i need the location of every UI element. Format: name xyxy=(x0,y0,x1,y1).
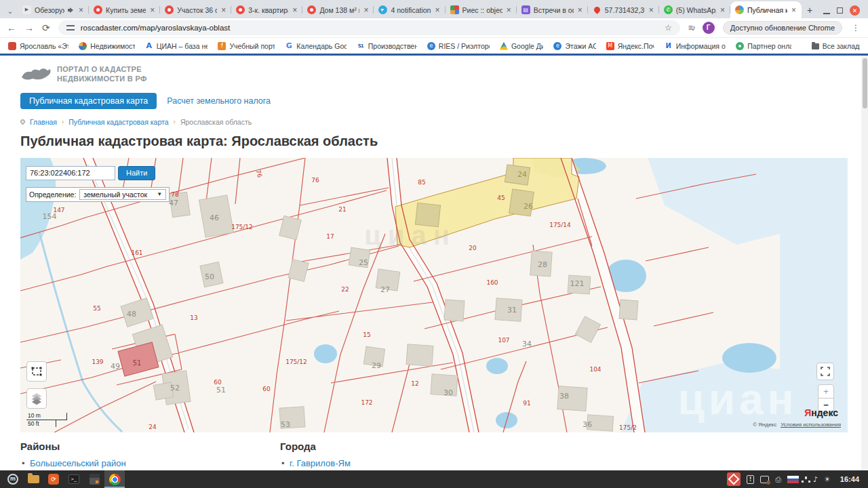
bookmark-item[interactable]: ЦИАН – база нед... xyxy=(145,42,208,50)
tab-close-icon[interactable]: × xyxy=(78,6,84,14)
browser-toolbar: ← → ⟳ roscadaster.com/map/yaroslavskaya-… xyxy=(0,18,868,38)
tab-close-icon[interactable]: × xyxy=(363,6,369,14)
all-bookmarks-button[interactable]: Все закладки xyxy=(812,42,860,50)
parcel-label: 78 xyxy=(171,191,179,198)
browser-tab[interactable]: Купить земел× xyxy=(89,1,160,18)
site-settings-icon[interactable] xyxy=(66,24,75,31)
breadcrumb-current: Ярославская область xyxy=(180,118,252,126)
page-scrollbar[interactable] xyxy=(861,56,868,470)
building[interactable] xyxy=(444,300,465,321)
close-window-icon[interactable]: ✕ xyxy=(850,5,860,16)
browser-tab[interactable]: Риес :: object× xyxy=(446,1,517,18)
mint-menu-launcher[interactable]: m xyxy=(3,470,23,488)
yandex-logo[interactable]: Яндекс xyxy=(804,407,838,418)
building[interactable] xyxy=(406,344,433,366)
building[interactable] xyxy=(619,300,638,320)
profile-avatar[interactable]: Г xyxy=(703,22,715,34)
chrome-update-button[interactable]: Доступно обновление Chrome xyxy=(723,21,842,35)
browser-tab[interactable]: Участок 36 со× xyxy=(160,1,231,18)
wallet-tray-icon[interactable] xyxy=(760,476,769,483)
tab-title: Публичная ка xyxy=(747,6,787,14)
tab-close-icon[interactable]: × xyxy=(220,6,226,14)
map-scale: 10 m 50 ft xyxy=(26,413,67,428)
definition-label: Определение: xyxy=(29,190,76,199)
list-item: г. Гаврилов-Ям xyxy=(280,458,351,468)
scrollbar-thumb[interactable] xyxy=(863,58,867,108)
zoom-in-button[interactable]: + xyxy=(818,384,834,399)
terms-link[interactable]: Условия использования xyxy=(781,422,841,428)
browser-tab[interactable]: 3-к. квартира× xyxy=(231,1,302,18)
bookmark-item[interactable]: Этажи АСМ xyxy=(553,42,595,50)
district-link[interactable]: Большесельский район xyxy=(30,458,126,468)
bookmark-item[interactable]: Партнер онлайн xyxy=(736,42,791,50)
new-tab-button[interactable]: + xyxy=(802,2,818,18)
browser-tab[interactable]: Встречи в оф× xyxy=(517,1,588,18)
fullscreen-icon xyxy=(821,367,830,376)
cadastral-number-input[interactable] xyxy=(26,166,115,180)
tab-close-icon[interactable]: × xyxy=(506,6,512,14)
screenshot-tray-icon[interactable] xyxy=(727,472,741,486)
printer-tray-icon[interactable]: ⎙ xyxy=(775,475,781,484)
fullscreen-button[interactable] xyxy=(816,363,834,380)
minimize-icon[interactable] xyxy=(823,13,830,14)
cadastral-map[interactable]: 147154784746175/127616150554813949511324… xyxy=(20,158,848,432)
media-control-icon[interactable]: ≡♪ xyxy=(688,23,694,33)
network-tray-icon[interactable] xyxy=(805,477,807,479)
bookmark-item[interactable]: Производственн... xyxy=(357,42,417,50)
tab-close-icon[interactable]: × xyxy=(435,6,441,14)
bookmark-item[interactable]: Информация о н... xyxy=(665,42,726,50)
bookmark-item[interactable]: Учебный портал: xyxy=(218,42,275,50)
breadcrumb-map[interactable]: Публичная кадастровая карта xyxy=(68,118,168,126)
clipboard-tray-icon[interactable]: ! xyxy=(747,475,754,484)
tab-search-chevron-icon[interactable]: ⌄ xyxy=(3,3,18,18)
url-text[interactable]: roscadaster.com/map/yaroslavskaya-oblast xyxy=(81,24,658,32)
tab-close-icon[interactable]: × xyxy=(648,6,654,14)
definition-select[interactable]: земельный участок ▼ xyxy=(79,189,166,200)
tab-close-icon[interactable]: × xyxy=(791,6,797,14)
browser-tab[interactable]: Публичная ка× xyxy=(730,1,802,18)
bookmark-item[interactable]: Недвижимость... xyxy=(79,42,135,50)
city-link[interactable]: г. Гаврилов-Ям xyxy=(290,458,351,468)
site-logo[interactable]: ПОРТАЛ О КАДАСТРЕ НЕДВИЖИМОСТИ В РФ xyxy=(20,64,848,84)
tab-close-icon[interactable]: × xyxy=(292,6,298,14)
bookmark-item[interactable]: Яндекс.Почта xyxy=(606,42,654,50)
browser-tab[interactable]: 4 notifications× xyxy=(374,1,445,18)
terminal-launcher[interactable]: >_ xyxy=(64,470,84,488)
clock[interactable]: 16:44 xyxy=(837,475,863,483)
breadcrumb-home[interactable]: Главная xyxy=(30,118,57,126)
parcel-label: 51 xyxy=(133,359,142,367)
browser-tab[interactable]: 57.731432,39× xyxy=(588,1,659,18)
updater-launcher[interactable]: ⟳ xyxy=(43,470,64,488)
layers-button[interactable] xyxy=(26,388,47,409)
browser-tab[interactable]: Дом 138 м² н× xyxy=(302,1,374,18)
bookmark-item[interactable]: RIES / Риэлторск... xyxy=(427,42,490,50)
find-button[interactable]: Найти xyxy=(118,166,155,180)
bookmark-item[interactable]: Ярославль «Эта... xyxy=(8,42,68,50)
brightness-tray-icon[interactable]: ☀ xyxy=(824,475,831,484)
browser-tab[interactable]: (5) WhatsApp× xyxy=(659,1,730,18)
reload-icon[interactable]: ⟳ xyxy=(42,23,50,33)
menu-kebab-icon[interactable]: ⋮ xyxy=(850,23,861,33)
bookmark-item[interactable]: Google Диск xyxy=(500,42,544,50)
parcel-label: 50 xyxy=(205,272,214,281)
parcel-label: 20 xyxy=(469,245,477,251)
back-icon[interactable]: ← xyxy=(7,23,16,33)
chrome-launcher[interactable] xyxy=(104,470,125,488)
audio-tray-icon[interactable]: ♪ xyxy=(813,475,818,484)
browser-tab[interactable]: Обезоружи× xyxy=(18,1,89,18)
tab-land-tax-calc[interactable]: Расчет земельного налога xyxy=(167,96,271,106)
measure-tool-button[interactable] xyxy=(26,361,47,382)
address-bar[interactable]: roscadaster.com/map/yaroslavskaya-oblast… xyxy=(58,20,680,35)
calculator-launcher[interactable] xyxy=(84,470,104,488)
files-launcher[interactable] xyxy=(23,470,43,488)
bookmark-star-icon[interactable]: ☆ xyxy=(665,23,672,33)
tab-close-icon[interactable]: × xyxy=(719,6,726,14)
maximize-icon[interactable] xyxy=(837,7,843,14)
tab-public-cadastral-map[interactable]: Публичная кадастровая карта xyxy=(20,93,157,109)
bookmark-item[interactable]: Календарь Goog... xyxy=(285,42,346,50)
forward-icon[interactable]: → xyxy=(24,23,34,33)
tab-audio-icon[interactable] xyxy=(68,7,75,14)
tab-close-icon[interactable]: × xyxy=(149,6,155,14)
tab-close-icon[interactable]: × xyxy=(577,6,583,14)
flag-ru-tray-icon[interactable] xyxy=(787,476,799,483)
